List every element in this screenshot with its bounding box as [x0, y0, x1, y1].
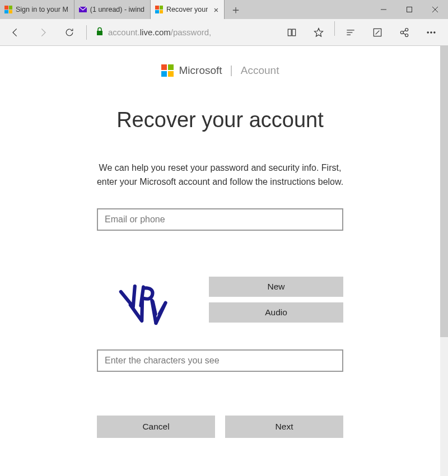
svg-point-12 — [405, 34, 408, 36]
svg-line-14 — [403, 33, 405, 35]
separator — [86, 25, 87, 40]
svg-point-16 — [431, 31, 432, 32]
separator — [334, 21, 335, 36]
hub-button[interactable] — [337, 21, 364, 44]
action-buttons: Cancel Next — [97, 416, 343, 438]
titlebar: Sign in to your M (1 unread) - iwind Rec… — [0, 0, 448, 19]
url-text: account.live.com/password, — [108, 27, 211, 37]
back-button[interactable] — [3, 21, 28, 44]
lock-icon — [96, 27, 104, 38]
svg-point-17 — [434, 31, 435, 32]
svg-point-11 — [405, 28, 408, 31]
microsoft-favicon — [4, 6, 12, 13]
web-note-button[interactable] — [364, 21, 391, 44]
svg-point-15 — [427, 31, 428, 32]
microsoft-favicon — [155, 6, 163, 13]
mail-favicon — [79, 6, 87, 13]
svg-point-10 — [400, 31, 403, 34]
brand-sub: Account — [241, 64, 279, 77]
next-button[interactable]: Next — [225, 416, 343, 438]
window-controls — [371, 0, 448, 19]
tab-label: Recover your — [166, 6, 208, 13]
vertical-scrollbar[interactable] — [440, 46, 448, 476]
email-input[interactable] — [97, 208, 343, 231]
share-button[interactable] — [391, 21, 418, 44]
tab-label: (1 unread) - iwind — [90, 6, 144, 13]
tab-mail[interactable]: (1 unread) - iwind — [74, 0, 151, 19]
tab-strip: Sign in to your M (1 unread) - iwind Rec… — [0, 0, 225, 19]
svg-rect-5 — [97, 31, 102, 35]
brand-separator: | — [230, 64, 233, 77]
tab-label: Sign in to your M — [16, 6, 68, 13]
refresh-button[interactable] — [57, 21, 82, 44]
close-tab-icon[interactable]: × — [213, 5, 218, 15]
captcha-input[interactable] — [97, 349, 343, 372]
captcha-new-button[interactable]: New — [209, 277, 343, 297]
svg-rect-2 — [407, 7, 412, 12]
captcha-audio-button[interactable]: Audio — [209, 302, 343, 323]
brand-name: Microsoft — [179, 64, 222, 77]
brand-header: Microsoft | Account — [161, 64, 279, 77]
captcha-image — [97, 274, 192, 330]
favorites-button[interactable] — [305, 21, 332, 44]
microsoft-logo-icon — [161, 64, 174, 77]
close-window-button[interactable] — [422, 0, 448, 19]
tab-sign-in[interactable]: Sign in to your M — [0, 0, 74, 19]
minimize-button[interactable] — [371, 0, 396, 19]
forward-button[interactable] — [30, 21, 55, 44]
page-content: Microsoft | Account Recover your account… — [0, 46, 440, 476]
browser-toolbar: account.live.com/password, — [0, 19, 448, 46]
svg-line-13 — [403, 30, 405, 32]
page-heading: Recover your account — [116, 108, 324, 132]
maximize-button[interactable] — [396, 0, 422, 19]
reading-view-button[interactable] — [278, 21, 305, 44]
new-tab-button[interactable]: ＋ — [225, 0, 247, 19]
scrollbar-thumb[interactable] — [440, 46, 448, 337]
more-button[interactable] — [418, 21, 445, 44]
recovery-form: New Audio Cancel Next — [97, 208, 343, 438]
captcha-section: New Audio — [97, 274, 343, 330]
address-bar[interactable]: account.live.com/password, — [91, 22, 262, 43]
tab-recover-active[interactable]: Recover your × — [151, 0, 225, 19]
instruction-text: We can help you reset your password and … — [91, 161, 349, 189]
cancel-button[interactable]: Cancel — [97, 416, 215, 438]
